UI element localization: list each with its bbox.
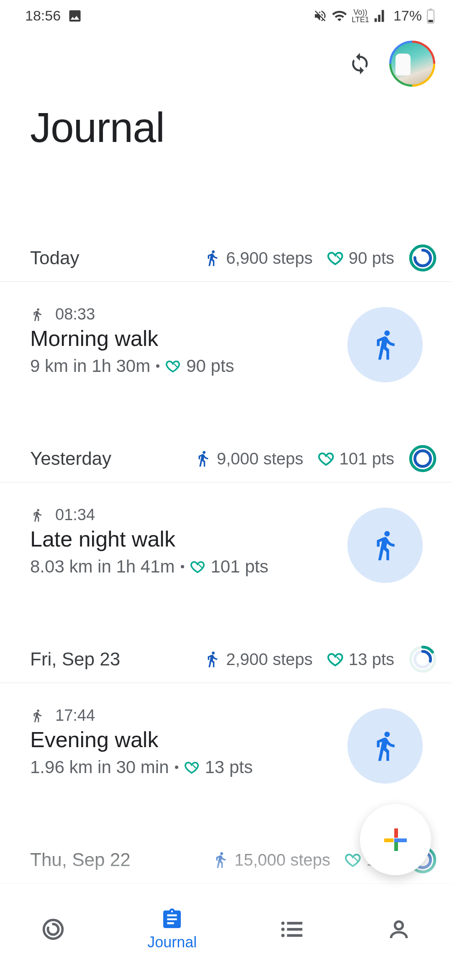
person-icon: [387, 918, 411, 941]
activity-time: 17:44: [55, 707, 95, 725]
svg-rect-20: [384, 838, 394, 842]
steps-icon: [212, 851, 229, 869]
bottom-nav: Journal: [0, 891, 452, 980]
svg-point-25: [281, 921, 285, 925]
walk-icon: [30, 508, 44, 522]
activity-entry[interactable]: 08:33 Morning walk 9 km in 1h 30m 90 pts: [0, 282, 452, 394]
sync-button[interactable]: [347, 51, 372, 76]
nav-label: Journal: [147, 934, 197, 951]
day-label: Thu, Sep 22: [30, 849, 131, 870]
day-summary-today[interactable]: Today 6,900 steps 90 pts: [0, 244, 452, 282]
day-label: Fri, Sep 23: [30, 649, 120, 670]
image-icon: [67, 8, 82, 23]
goal-ring: [408, 444, 437, 473]
nav-browse[interactable]: [280, 920, 305, 939]
day-label: Today: [30, 248, 79, 268]
heart-points-icon: [165, 358, 180, 374]
walk-icon: [369, 730, 401, 762]
walk-icon: [369, 529, 401, 562]
svg-rect-21: [398, 838, 407, 842]
activity-time: 08:33: [55, 305, 95, 323]
activity-type-badge: [347, 307, 423, 382]
svg-point-13: [384, 732, 390, 737]
goal-ring: [408, 244, 437, 272]
activity-detail: 1.96 km in 30 min: [30, 757, 169, 777]
svg-point-27: [281, 928, 285, 931]
activity-points: 13 pts: [205, 757, 253, 777]
steps-metric: 2,900 steps: [203, 650, 313, 669]
heart-points-icon: [344, 851, 361, 868]
battery-icon: [426, 8, 435, 24]
steps-icon: [203, 249, 221, 267]
activity-title: Morning walk: [30, 326, 347, 351]
activity-detail: 8.03 km in 1h 41m: [30, 557, 175, 577]
heart-points-icon: [184, 760, 199, 775]
svg-point-24: [48, 924, 58, 934]
heart-points-icon: [327, 651, 344, 668]
activity-title: Late night walk: [30, 526, 347, 552]
heart-points-icon: [190, 559, 205, 574]
heart-points-icon: [327, 250, 344, 266]
steps-metric: 15,000 steps: [212, 851, 330, 869]
heart-points-metric: 101 pts: [318, 449, 394, 468]
heart-points-metric: 13 pts: [327, 650, 394, 669]
activity-title: Evening walk: [30, 727, 347, 752]
avatar-image: [391, 43, 433, 85]
battery-text: 17%: [393, 8, 422, 24]
walk-icon: [369, 328, 401, 361]
activity-type-badge: [347, 708, 423, 784]
svg-point-31: [395, 921, 403, 929]
activity-type-badge: [347, 508, 423, 583]
steps-metric: 6,900 steps: [203, 249, 313, 268]
wifi-icon: [331, 8, 347, 24]
nav-home[interactable]: [41, 918, 65, 941]
sync-icon: [348, 52, 372, 75]
mute-icon: [313, 9, 327, 23]
page-title: Journal: [0, 87, 452, 152]
heart-points-icon: [318, 450, 334, 467]
svg-rect-1: [429, 8, 432, 10]
activity-points: 101 pts: [211, 557, 269, 577]
status-bar: 18:56 Vo))LTE1 17%: [0, 0, 452, 28]
svg-point-7: [415, 451, 430, 466]
svg-rect-19: [394, 842, 398, 851]
svg-point-29: [281, 934, 285, 937]
svg-rect-18: [394, 828, 398, 838]
volte-icon: Vo))LTE1: [352, 8, 369, 23]
add-activity-fab[interactable]: [360, 804, 431, 875]
svg-point-8: [384, 531, 390, 536]
activity-detail: 9 km in 1h 30m: [30, 356, 150, 376]
svg-rect-30: [287, 934, 303, 936]
day-summary[interactable]: Fri, Sep 23 2,900 steps 13 pts: [0, 645, 452, 683]
nav-journal[interactable]: Journal: [147, 908, 197, 951]
nav-profile[interactable]: [387, 918, 411, 941]
svg-point-5: [384, 330, 390, 336]
day-label: Yesterday: [30, 448, 111, 469]
steps-icon: [203, 650, 221, 668]
walk-icon: [30, 709, 44, 723]
google-plus-icon: [380, 825, 411, 855]
svg-rect-26: [287, 922, 303, 924]
activity-entry[interactable]: 17:44 Evening walk 1.96 km in 30 min 13 …: [0, 683, 452, 795]
home-ring-icon: [41, 918, 65, 941]
activity-time: 01:34: [55, 506, 95, 524]
journal-icon: [160, 908, 184, 931]
account-avatar[interactable]: [389, 41, 435, 87]
steps-metric: 9,000 steps: [194, 449, 303, 468]
svg-rect-22: [394, 838, 398, 842]
svg-rect-2: [428, 20, 433, 22]
signal-icon: [373, 9, 388, 23]
list-icon: [280, 920, 305, 939]
activity-entry[interactable]: 01:34 Late night walk 8.03 km in 1h 41m …: [0, 482, 452, 595]
day-summary-yesterday[interactable]: Yesterday 9,000 steps 101 pts: [0, 444, 452, 482]
walk-icon: [30, 307, 44, 322]
svg-rect-28: [287, 928, 303, 931]
svg-point-23: [44, 920, 62, 939]
clock-text: 18:56: [25, 8, 61, 24]
steps-icon: [194, 450, 212, 467]
svg-point-4: [415, 250, 430, 266]
app-header-actions: [0, 28, 452, 87]
heart-points-metric: 90 pts: [327, 249, 394, 268]
activity-points: 90 pts: [186, 356, 234, 376]
goal-ring: [408, 645, 437, 673]
